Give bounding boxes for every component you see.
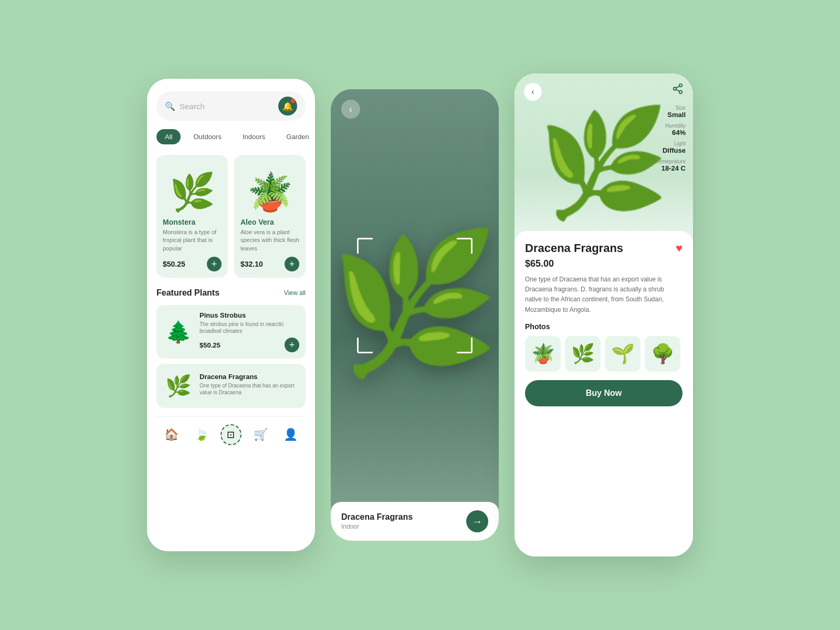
plant-card-footer-aloe: $32.10 + [240, 257, 299, 271]
detail-specs-panel: Size Small Humidity 64% Light Diffuse Te… [656, 105, 686, 172]
spec-temp-label: Temeprature [656, 159, 686, 164]
plant-card-desc-aloe: Aloe vera is a plant species with thick … [240, 228, 299, 253]
phone-detail: ‹ Size Small Humidity 64% Light Diffuse … [514, 74, 693, 556]
plant-cards-grid: 🌿 Monstera Monstera is a type of tropica… [156, 155, 306, 278]
featured-item-img-dracena: 🌿 [163, 370, 194, 402]
detail-name-row: Dracena Fragrans ♥ [525, 242, 682, 255]
nav-profile-icon[interactable]: 👤 [280, 424, 301, 445]
featured-item-pinus[interactable]: 🌲 Pinus Strobus The strobus pine is foun… [156, 305, 306, 359]
featured-item-footer-pinus: $50.25 + [200, 338, 299, 352]
nav-home-icon[interactable]: 🏠 [161, 424, 182, 445]
featured-item-name-dracena: Dracena Fragrans [200, 373, 299, 381]
spec-size-label: Size [656, 105, 686, 111]
spec-size: Size Small [656, 105, 686, 119]
scanner-go-button[interactable]: → [466, 510, 488, 532]
nav-scan-icon[interactable]: ⊡ [220, 424, 242, 445]
heart-button[interactable]: ♥ [676, 242, 682, 255]
nav-leaf-icon[interactable]: 🍃 [191, 424, 212, 445]
spec-temperature: Temeprature 18-24 C [656, 159, 686, 172]
detail-back-button[interactable]: ‹ [524, 83, 542, 101]
filter-tab-garden[interactable]: Garden [278, 129, 315, 144]
plant-price-aloe: $32.10 [240, 260, 263, 268]
spec-light: Light Diffuse [656, 141, 686, 154]
add-button-pinus[interactable]: + [285, 338, 299, 352]
detail-plant-name: Dracena Fragrans [525, 242, 623, 255]
scanner-plant-name: Dracena Fragrans [341, 512, 413, 522]
filter-tab-outdoors[interactable]: Outdoors [185, 129, 229, 144]
spec-temp-value: 18-24 C [656, 164, 686, 172]
scanner-bottom-panel: Dracena Fragrans Indoor → [331, 502, 499, 541]
filter-tab-all[interactable]: All [156, 129, 181, 144]
spec-humidity-label: Humidity [656, 123, 686, 129]
spec-light-value: Diffuse [656, 146, 686, 154]
photo-thumb-4[interactable]: 🌳 [645, 336, 680, 372]
spec-size-value: Small [656, 111, 686, 119]
featured-section-title: Featured Plants [156, 288, 219, 298]
phone-browse: 🔍 Search 🔔 All Outdoors Indoors Garden 🌿… [147, 79, 315, 551]
search-input[interactable]: Search [180, 102, 270, 111]
scanner-plant-type: Indoor [341, 523, 413, 530]
scan-corner-tr [457, 238, 472, 254]
plant-card-name-monstera: Monstera [163, 218, 222, 226]
photo-thumb-2[interactable]: 🌿 [565, 336, 601, 372]
photo-thumb-1[interactable]: 🪴 [525, 336, 561, 372]
plant-card-img-monstera: 🌿 [163, 161, 222, 214]
bottom-navigation: 🏠 🍃 ⊡ 🛒 👤 [156, 416, 306, 453]
featured-item-desc-pinus: The strobus pine is found in nearctic br… [200, 321, 299, 334]
featured-item-name-pinus: Pinus Strobus [200, 311, 299, 319]
phone-scanner: ‹ 🌿 Dracena Fragrans Indoor → [331, 89, 499, 541]
detail-header-image: ‹ Size Small Humidity 64% Light Diffuse … [514, 74, 693, 242]
photo-thumb-3[interactable]: 🌱 [605, 336, 640, 372]
plant-card-footer-monstera: $50.25 + [163, 257, 222, 271]
plant-card-desc-monstera: Monstera is a type of tropical plant tha… [163, 228, 222, 253]
scan-corner-tl [357, 238, 373, 254]
scanner-background: ‹ 🌿 [331, 89, 499, 502]
svg-line-4 [676, 86, 679, 88]
spec-humidity: Humidity 64% [656, 123, 686, 136]
detail-price: $65.00 [525, 258, 682, 269]
nav-cart-icon[interactable]: 🛒 [250, 424, 271, 445]
add-button-aloe[interactable]: + [285, 257, 299, 271]
scanner-back-button[interactable]: ‹ [341, 100, 360, 119]
notification-dot [291, 99, 295, 103]
plant-card-aloe[interactable]: 🪴 Aleo Vera Aloe vera is a plant species… [234, 155, 306, 278]
view-all-button[interactable]: View all [284, 289, 306, 297]
photos-row: 🪴 🌿 🌱 🌳 🌲 [525, 336, 682, 372]
search-icon: 🔍 [165, 101, 175, 111]
add-button-monstera[interactable]: + [207, 257, 222, 271]
featured-section-header: Featured Plants View all [156, 288, 306, 298]
featured-item-info-dracena: Dracena Fragrans One type of Dracaena th… [200, 373, 299, 399]
plant-card-name-aloe: Aleo Vera [240, 218, 299, 226]
featured-item-info-pinus: Pinus Strobus The strobus pine is found … [200, 311, 299, 352]
featured-item-price-pinus: $50.25 [200, 341, 220, 349]
plant-price-monstera: $50.25 [163, 260, 185, 268]
search-bar: 🔍 Search 🔔 [156, 91, 306, 121]
plant-card-img-aloe: 🪴 [240, 161, 299, 214]
featured-item-dracena[interactable]: 🌿 Dracena Fragrans One type of Dracaena … [156, 364, 306, 408]
detail-plant-emoji: 🌿 [538, 110, 669, 215]
notification-button[interactable]: 🔔 [278, 97, 297, 116]
scan-frame [357, 238, 472, 353]
photos-section-label: Photos [525, 322, 682, 331]
svg-line-3 [676, 89, 679, 91]
spec-light-label: Light [656, 141, 686, 146]
featured-item-desc-dracena: One type of Dracaena that has an export … [200, 382, 299, 396]
scanner-plant-info: Dracena Fragrans Indoor [341, 512, 413, 530]
spec-humidity-value: 64% [656, 129, 686, 136]
featured-item-img-pinus: 🌲 [163, 316, 194, 348]
filter-tab-indoors[interactable]: Indoors [234, 129, 274, 144]
filter-tabs: All Outdoors Indoors Garden [156, 129, 306, 144]
featured-list: 🌲 Pinus Strobus The strobus pine is foun… [156, 305, 306, 408]
detail-share-button[interactable] [672, 83, 684, 97]
detail-body: Dracena Fragrans ♥ $65.00 One type of Dr… [514, 231, 693, 556]
detail-description: One type of Dracaena that has an export … [525, 275, 682, 315]
scan-corner-bl [357, 338, 373, 353]
scan-corner-br [457, 338, 472, 353]
plant-card-monstera[interactable]: 🌿 Monstera Monstera is a type of tropica… [156, 155, 228, 278]
buy-now-button[interactable]: Buy Now [525, 380, 682, 406]
